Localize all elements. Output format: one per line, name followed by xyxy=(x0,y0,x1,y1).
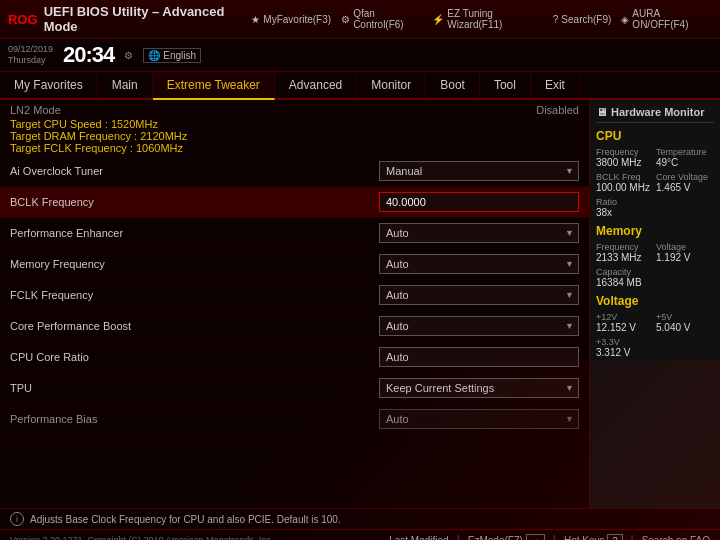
perf-bias-value: Auto xyxy=(380,411,561,427)
core-perf-boost-value: Auto xyxy=(380,318,561,334)
bclk-label: BCLK Frequency xyxy=(10,196,379,208)
tpu-dropdown[interactable]: Keep Current Settings ▼ xyxy=(379,378,579,398)
perf-enhancer-dropdown[interactable]: Auto ▼ xyxy=(379,223,579,243)
bottom-info-bar: i Adjusts Base Clock Frequency for CPU a… xyxy=(0,508,720,529)
cpu-core-ratio-label: CPU Core Ratio xyxy=(10,351,379,363)
nav-item-monitor[interactable]: Monitor xyxy=(357,72,426,98)
perf-bias-dropdown[interactable]: Auto ▼ xyxy=(379,409,579,429)
setting-row-core-perf-boost[interactable]: Core Performance Boost Auto ▼ xyxy=(0,311,589,342)
perf-enhancer-value: Auto xyxy=(380,225,561,241)
fan-icon: ⚙ xyxy=(341,14,350,25)
title-bar-left: ROG UEFI BIOS Utility – Advanced Mode xyxy=(8,4,251,34)
dropdown-arrow-icon: ▼ xyxy=(561,321,578,331)
setting-row-perf-enhancer[interactable]: Performance Enhancer Auto ▼ xyxy=(0,218,589,249)
nav-item-boot[interactable]: Boot xyxy=(426,72,480,98)
memory-freq-label: Memory Frequency xyxy=(10,258,379,270)
title-bar-right: ★ MyFavorite(F3) ⚙ Qfan Control(F6) ⚡ EZ… xyxy=(251,8,712,30)
aura-btn[interactable]: ◈ AURA ON/OFF(F4) xyxy=(621,8,712,30)
hw-cpu-temp-label: Temperature 49°C xyxy=(656,147,714,168)
bclk-input[interactable]: 40.0000 xyxy=(379,192,579,212)
settings-gear-icon[interactable]: ⚙ xyxy=(124,50,133,61)
hw-33v: +3.3V 3.312 V xyxy=(596,337,714,358)
bclk-value: 40.0000 xyxy=(380,194,578,210)
dropdown-arrow-icon: ▼ xyxy=(561,414,578,424)
setting-row-perf-bias[interactable]: Performance Bias Auto ▼ xyxy=(0,404,589,435)
datetime-bar: 09/12/2019 Thursday 20:34 ⚙ 🌐 English xyxy=(0,39,720,72)
ai-overclock-label: Ai Overclock Tuner xyxy=(10,165,379,177)
setting-row-memory-freq[interactable]: Memory Frequency Auto ▼ xyxy=(0,249,589,280)
ai-overclock-value: Manual xyxy=(380,163,561,179)
hw-12v: +12V 12.152 V xyxy=(596,312,654,333)
core-perf-boost-label: Core Performance Boost xyxy=(10,320,379,332)
memory-freq-dropdown[interactable]: Auto ▼ xyxy=(379,254,579,274)
ez-tuning-btn[interactable]: ⚡ EZ Tuning Wizard(F11) xyxy=(432,8,542,30)
nav-item-advanced[interactable]: Advanced xyxy=(275,72,357,98)
wizard-icon: ⚡ xyxy=(432,14,444,25)
last-modified-label: Last Modified xyxy=(389,535,448,541)
ai-overclock-dropdown[interactable]: Manual ▼ xyxy=(379,161,579,181)
footer: Version 2.20.1271. Copyright (C) 2019 Am… xyxy=(0,529,720,540)
setting-row-cpu-core-ratio[interactable]: CPU Core Ratio Auto xyxy=(0,342,589,373)
day-text: Thursday xyxy=(8,55,53,66)
hw-mem-capacity: Capacity 16384 MB xyxy=(596,267,714,288)
fclk-label: FCLK Frequency xyxy=(10,289,379,301)
rog-logo: ROG xyxy=(8,12,38,27)
dropdown-arrow-icon: ▼ xyxy=(561,259,578,269)
tpu-value: Keep Current Settings xyxy=(380,380,561,396)
search-icon: ? xyxy=(553,14,559,25)
dropdown-arrow-icon: ▼ xyxy=(561,290,578,300)
hw-monitor-title: 🖥 Hardware Monitor xyxy=(596,104,714,123)
hotkeys-btn[interactable]: Hot Keys ? xyxy=(564,534,623,540)
setting-row-tpu[interactable]: TPU Keep Current Settings ▼ xyxy=(0,373,589,404)
nav-bar: My Favorites Main Extreme Tweaker Advanc… xyxy=(0,72,720,100)
dropdown-arrow-icon: ▼ xyxy=(561,228,578,238)
hotkeys-label: Hot Keys xyxy=(564,535,605,541)
tpu-label: TPU xyxy=(10,382,379,394)
date-display: 09/12/2019 Thursday xyxy=(8,44,53,66)
hw-mem-voltage: Voltage 1.192 V xyxy=(656,242,714,263)
nav-item-main[interactable]: Main xyxy=(98,72,153,98)
hw-5v: +5V 5.040 V xyxy=(656,312,714,333)
star-icon: ★ xyxy=(251,14,260,25)
nav-item-my-favorites[interactable]: My Favorites xyxy=(0,72,98,98)
app-title: UEFI BIOS Utility – Advanced Mode xyxy=(44,4,252,34)
hw-volt-12-5: +12V 12.152 V +5V 5.040 V xyxy=(596,312,714,333)
nav-item-tool[interactable]: Tool xyxy=(480,72,531,98)
search-faq-btn[interactable]: Search on FAQ xyxy=(642,535,710,541)
hw-cpu-freq-temp: Frequency 3800 MHz Temperature 49°C xyxy=(596,147,714,168)
last-modified-btn[interactable]: Last Modified xyxy=(389,535,448,541)
title-bar: ROG UEFI BIOS Utility – Advanced Mode ★ … xyxy=(0,0,720,39)
hw-cpu-ratio: Ratio 38x xyxy=(596,197,714,218)
nav-item-exit[interactable]: Exit xyxy=(531,72,580,98)
search-faq-label: Search on FAQ xyxy=(642,535,710,541)
language-selector[interactable]: 🌐 English xyxy=(143,48,201,63)
my-favorites-btn[interactable]: ★ MyFavorite(F3) xyxy=(251,14,331,25)
hardware-monitor-panel: 🖥 Hardware Monitor CPU Frequency 3800 MH… xyxy=(590,100,720,508)
cpu-core-ratio-value-box[interactable]: Auto xyxy=(379,347,579,367)
time-display: 20:34 xyxy=(63,42,114,68)
qfan-btn[interactable]: ⚙ Qfan Control(F6) xyxy=(341,8,422,30)
setting-row-fclk[interactable]: FCLK Frequency Auto ▼ xyxy=(0,280,589,311)
search-btn[interactable]: ? Search(F9) xyxy=(553,14,612,25)
aura-icon: ◈ xyxy=(621,14,629,25)
footer-buttons: Last Modified | EzMode(F7) → | Hot Keys … xyxy=(389,533,710,540)
hw-mem-freq: Frequency 2133 MHz xyxy=(596,242,654,263)
core-perf-boost-dropdown[interactable]: Auto ▼ xyxy=(379,316,579,336)
nav-item-extreme-tweaker[interactable]: Extreme Tweaker xyxy=(153,72,275,100)
info-icon: i xyxy=(10,512,24,526)
fclk-dropdown[interactable]: Auto ▼ xyxy=(379,285,579,305)
left-panel: LN2 Mode Disabled Target CPU Speed : 152… xyxy=(0,100,590,508)
setting-row-ai-overclock[interactable]: Ai Overclock Tuner Manual ▼ xyxy=(0,156,589,187)
ln2-value: Disabled xyxy=(536,104,579,116)
fclk-value: Auto xyxy=(380,287,561,303)
target-cpu-text: Target CPU Speed : 1520MHz xyxy=(10,118,579,130)
ezmode-arrow-icon: → xyxy=(526,534,545,540)
hw-cpu-bclk-voltage: BCLK Freq 100.00 MHz Core Voltage 1.465 … xyxy=(596,172,714,193)
perf-enhancer-label: Performance Enhancer xyxy=(10,227,379,239)
hw-cpu-freq-label: Frequency 3800 MHz xyxy=(596,147,654,168)
setting-row-bclk[interactable]: BCLK Frequency 40.0000 xyxy=(0,187,589,218)
hw-cpu-title: CPU xyxy=(596,129,714,143)
dropdown-arrow-icon: ▼ xyxy=(561,383,578,393)
dropdown-arrow-icon: ▼ xyxy=(561,166,578,176)
ezmode-btn[interactable]: EzMode(F7) → xyxy=(468,534,545,540)
